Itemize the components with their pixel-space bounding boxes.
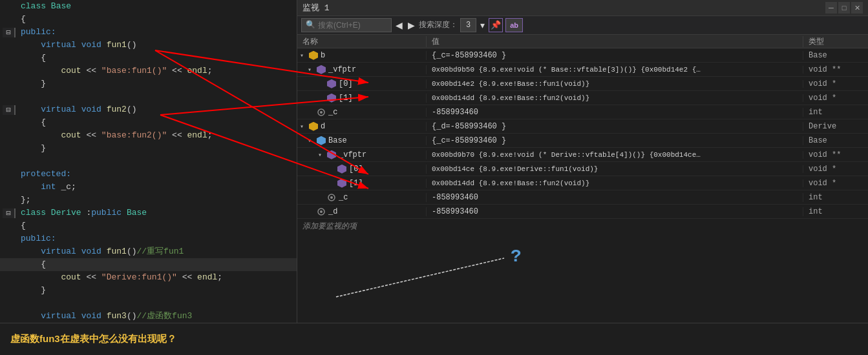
watch-row-b-vfptr-1[interactable]: ▾ [1] 0x00bd14dd {8.9.exe!Base::fun2(voi… bbox=[297, 91, 868, 105]
variable-icon bbox=[317, 65, 326, 74]
code-line: { bbox=[0, 219, 297, 232]
var-value: {_c=-858993460 } bbox=[427, 136, 803, 145]
code-line: ⊟ public: bbox=[0, 26, 297, 39]
var-type: Base bbox=[803, 136, 868, 145]
search-back-button[interactable]: ◀ bbox=[394, 18, 404, 32]
var-name: [1] bbox=[339, 94, 353, 103]
var-type: void * bbox=[803, 94, 868, 103]
col-header-type: 类型 bbox=[803, 36, 868, 47]
variable-icon bbox=[317, 136, 326, 145]
word-match-button[interactable]: ab bbox=[505, 18, 523, 32]
var-value: 0x00bd14ce {8.9.exe!Derive::fun1(void)} bbox=[427, 165, 803, 173]
code-line: public: bbox=[0, 232, 297, 245]
watch-row-b-vfptr[interactable]: ▾ _vfptr 0x00bd9b50 {8.9.exe!void (* Bas… bbox=[297, 63, 868, 77]
code-line: protected: bbox=[0, 168, 297, 181]
var-name: Base bbox=[328, 136, 347, 145]
var-value: 0x00bd14e2 {8.9.exe!Base::fun1(void)} bbox=[427, 80, 803, 88]
code-line-highlighted: { bbox=[0, 258, 297, 271]
var-value: {_d=-858993460 } bbox=[427, 122, 803, 131]
code-content: class Base { ⊟ public: virtual void fun1… bbox=[0, 0, 297, 323]
var-value: -858993460 bbox=[427, 193, 803, 202]
title-bar-controls: ─ □ ✕ bbox=[825, 2, 863, 14]
close-button[interactable]: ✕ bbox=[851, 2, 863, 14]
watch-row-d-base[interactable]: ▾ Base {_c=-858993460 } Base bbox=[297, 134, 868, 148]
var-name: _vfptr bbox=[339, 150, 366, 159]
code-line: { bbox=[0, 13, 297, 26]
var-name: _vfptr bbox=[328, 65, 356, 74]
var-type: void ** bbox=[803, 150, 868, 159]
depth-dropdown-button[interactable]: ▾ bbox=[479, 18, 486, 32]
pin-button[interactable]: 📌 bbox=[489, 18, 503, 32]
var-name: [0] bbox=[339, 79, 353, 88]
var-type: void * bbox=[803, 79, 868, 88]
var-name: [1] bbox=[349, 179, 363, 188]
add-watch-row[interactable]: 添加要监视的项 bbox=[297, 219, 868, 233]
watch-row-b-c[interactable]: ▾ _c -858993460 int bbox=[297, 105, 868, 119]
code-line: cout << "base:fun2()" << endl; bbox=[0, 129, 297, 142]
var-name: _c bbox=[339, 193, 348, 202]
watch-rows: ▾ b {_c=-858993460 } Base ▾ _vfptr 0x00b… bbox=[297, 48, 868, 323]
var-value: -858993460 bbox=[427, 207, 803, 216]
var-value: 0x00bd9b70 {8.9.exe!void (* Derive::vfta… bbox=[427, 151, 803, 159]
var-name: d bbox=[321, 122, 325, 131]
variable-icon bbox=[327, 94, 336, 103]
watch-row-b[interactable]: ▾ b {_c=-858993460 } Base bbox=[297, 48, 868, 63]
expand-icon: ▾ bbox=[300, 123, 308, 130]
depth-label: 搜索深度： bbox=[419, 19, 458, 30]
watch-row-d[interactable]: ▾ d {_d=-858993460 } Derive bbox=[297, 119, 868, 134]
var-name: [0] bbox=[349, 165, 363, 174]
code-line bbox=[0, 155, 297, 168]
settings-icon bbox=[317, 108, 326, 117]
expand-icon: ▾ bbox=[318, 151, 326, 159]
watch-row-d-vfptr-1[interactable]: ▾ [1] 0x00bd14dd {8.9.exe!Base::fun2(voi… bbox=[297, 176, 868, 190]
watch-row-b-vfptr-0[interactable]: ▾ [0] 0x00bd14e2 {8.9.exe!Base::fun1(voi… bbox=[297, 77, 868, 91]
var-value: {_c=-858993460 } bbox=[427, 51, 803, 60]
var-value: -858993460 bbox=[427, 108, 803, 117]
watch-panel: 监视 1 ─ □ ✕ 🔍 ◀ ▶ 搜索深度： 3 ▾ 📌 ab 名称 值 bbox=[297, 0, 868, 323]
code-line: ⊟ class Derive :public Base bbox=[0, 207, 297, 219]
code-editor-panel: class Base { ⊟ public: virtual void fun1… bbox=[0, 0, 297, 323]
watch-row-d-c[interactable]: ▾ _c -858993460 int bbox=[297, 190, 868, 205]
watch-toolbar: 🔍 ◀ ▶ 搜索深度： 3 ▾ 📌 ab bbox=[297, 16, 868, 35]
var-type: void * bbox=[803, 179, 868, 188]
variable-icon bbox=[327, 150, 336, 159]
depth-value: 3 bbox=[460, 18, 476, 32]
expand-icon: ▾ bbox=[308, 66, 315, 74]
add-watch-label: 添加要监视的项 bbox=[302, 221, 357, 232]
code-line: }; bbox=[0, 194, 297, 207]
variable-icon bbox=[327, 79, 336, 88]
code-line: } bbox=[0, 284, 297, 297]
var-type: Derive bbox=[803, 122, 868, 131]
watch-panel-title: 监视 1 bbox=[302, 2, 330, 14]
float-button[interactable]: □ bbox=[838, 2, 850, 14]
code-line: } bbox=[0, 142, 297, 155]
search-input[interactable] bbox=[318, 21, 383, 30]
settings-icon bbox=[327, 193, 336, 202]
code-line bbox=[0, 297, 297, 310]
search-icon: 🔍 bbox=[306, 20, 315, 30]
watch-row-d-vfptr[interactable]: ▾ _vfptr 0x00bd9b70 {8.9.exe!void (* Der… bbox=[297, 148, 868, 162]
var-type: Base bbox=[803, 51, 868, 60]
var-value: 0x00bd9b50 {8.9.exe!void (* Base::vftabl… bbox=[427, 66, 803, 74]
code-line: ⊟ virtual void fun2() bbox=[0, 103, 297, 116]
watch-table-header: 名称 值 类型 bbox=[297, 35, 868, 49]
code-line: } bbox=[0, 77, 297, 90]
svg-point-5 bbox=[320, 210, 323, 213]
minimize-button[interactable]: ─ bbox=[825, 2, 837, 14]
expand-icon: ▾ bbox=[300, 52, 308, 59]
var-type: int bbox=[803, 193, 868, 202]
variable-icon bbox=[337, 165, 346, 174]
col-header-name: 名称 bbox=[297, 36, 427, 47]
code-line: { bbox=[0, 116, 297, 129]
code-line: int _c; bbox=[0, 181, 297, 194]
search-forward-button[interactable]: ▶ bbox=[407, 18, 416, 32]
watch-row-d-d[interactable]: ▾ _d -858993460 int bbox=[297, 205, 868, 219]
code-line: class Base bbox=[0, 0, 297, 13]
watch-row-d-vfptr-0[interactable]: ▾ [0] 0x00bd14ce {8.9.exe!Derive::fun1(v… bbox=[297, 162, 868, 176]
col-header-value: 值 bbox=[427, 36, 803, 47]
svg-point-3 bbox=[330, 196, 333, 199]
var-type: int bbox=[803, 108, 868, 117]
var-type: void * bbox=[803, 165, 868, 174]
search-box[interactable]: 🔍 bbox=[301, 18, 392, 32]
code-line: virtual void fun3()//虚函数fun3 bbox=[0, 310, 297, 323]
